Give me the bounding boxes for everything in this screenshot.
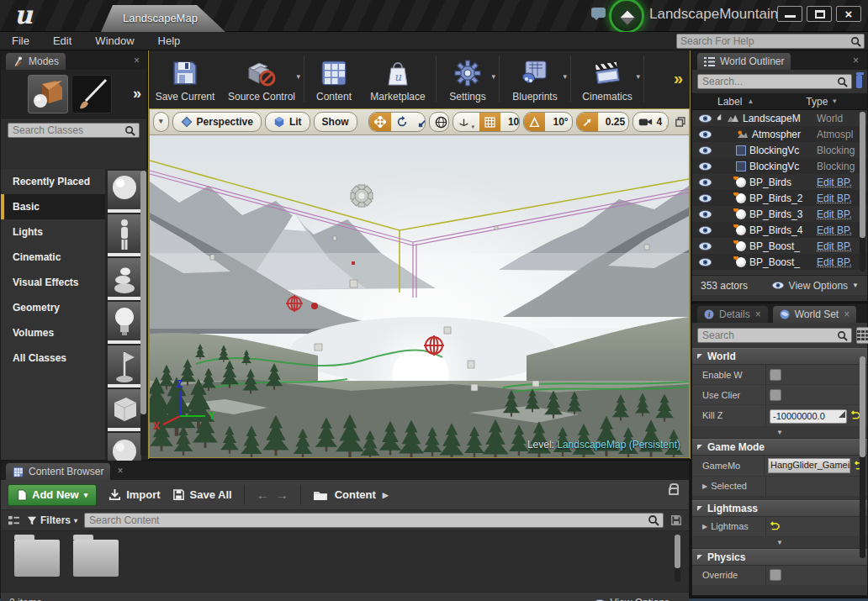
placeable-cube[interactable] bbox=[108, 389, 141, 431]
blueprints-button[interactable]: Blueprints ▾ bbox=[501, 50, 569, 107]
label-column-header[interactable]: Label bbox=[692, 96, 742, 108]
placeable-point-light[interactable] bbox=[108, 302, 141, 344]
filters-button[interactable]: Filters ▾ bbox=[27, 514, 77, 526]
viewport-options-button[interactable]: ▾ bbox=[153, 112, 169, 132]
type-column-header[interactable]: Type bbox=[806, 96, 828, 108]
visibility-eye-icon[interactable] bbox=[698, 194, 712, 203]
create-folder-button[interactable] bbox=[856, 75, 862, 88]
scale-snap-toggle[interactable] bbox=[577, 112, 598, 132]
rotation-snap-toggle[interactable] bbox=[524, 112, 545, 132]
category-basic[interactable]: Basic bbox=[1, 194, 105, 219]
outliner-search-input[interactable] bbox=[698, 76, 837, 87]
visibility-eye-icon[interactable] bbox=[698, 130, 712, 139]
section-physics[interactable]: Physics bbox=[692, 549, 867, 566]
sources-panel-icon[interactable] bbox=[8, 515, 20, 526]
kill-z-input[interactable] bbox=[770, 409, 847, 424]
cinematics-button[interactable]: Cinematics ▾ bbox=[573, 50, 642, 107]
section-world[interactable]: World bbox=[692, 348, 867, 365]
save-search-icon[interactable] bbox=[670, 514, 682, 526]
close-button[interactable]: × bbox=[836, 6, 861, 22]
enable-world-checkbox[interactable] bbox=[770, 369, 781, 381]
asset-grid[interactable] bbox=[1, 531, 689, 592]
assets-scrollbar[interactable] bbox=[675, 535, 680, 582]
surface-snap-button[interactable]: ▾ bbox=[453, 112, 479, 132]
property-matrix-button[interactable] bbox=[856, 327, 868, 344]
override-checkbox[interactable] bbox=[770, 569, 781, 581]
category-volumes[interactable]: Volumes bbox=[1, 320, 105, 345]
content-view-options-button[interactable]: View Options ▼ bbox=[593, 597, 680, 601]
paint-mode-button[interactable] bbox=[71, 75, 112, 113]
outliner-row[interactable]: BP_Boost_ Edit BP. bbox=[692, 238, 867, 254]
outliner-close-icon[interactable]: × bbox=[853, 55, 859, 66]
modes-tab[interactable]: Modes bbox=[6, 53, 66, 70]
toolbar-overflow-chevrons[interactable]: » bbox=[674, 69, 683, 88]
outliner-scrollbar[interactable] bbox=[860, 112, 865, 272]
details-close-icon[interactable]: × bbox=[755, 308, 761, 320]
placeable-player-start[interactable] bbox=[108, 345, 141, 387]
show-button[interactable]: Show bbox=[314, 112, 357, 132]
visibility-eye-icon[interactable] bbox=[698, 178, 712, 187]
outliner-row[interactable]: BP_Birds_2 Edit BP. bbox=[692, 190, 867, 206]
save-current-button[interactable]: Save Current bbox=[149, 50, 221, 107]
network-status-icon[interactable] bbox=[609, 0, 644, 34]
expander-icon[interactable] bbox=[717, 113, 724, 123]
reset-to-default-icon[interactable]: ⮌ bbox=[770, 521, 780, 531]
category-geometry[interactable]: Geometry bbox=[1, 295, 105, 320]
back-button[interactable]: ← bbox=[257, 488, 269, 502]
content-search-box[interactable] bbox=[84, 513, 664, 528]
content-browser-tab[interactable]: Content Browser bbox=[6, 463, 110, 480]
category-visual-effects[interactable]: Visual Effects bbox=[1, 270, 105, 295]
search-classes-box[interactable] bbox=[8, 123, 140, 138]
collapsed-arrow-icon[interactable]: ▶ bbox=[702, 482, 707, 490]
modes-close-icon[interactable]: × bbox=[134, 55, 140, 66]
details-scrollbar[interactable] bbox=[860, 356, 865, 558]
grid-snap-toggle[interactable] bbox=[479, 112, 500, 132]
outliner-row[interactable]: BP_Birds_4 Edit BP. bbox=[692, 222, 867, 238]
rotation-snap-value-button[interactable]: 10° ▾ bbox=[545, 112, 572, 132]
content-button[interactable]: Content bbox=[306, 50, 362, 107]
rotate-tool-button[interactable] bbox=[391, 112, 413, 132]
search-classes-input[interactable] bbox=[8, 124, 124, 136]
lit-button[interactable]: Lit bbox=[265, 112, 310, 132]
grid-snap-value-button[interactable]: 10 ▾ bbox=[500, 112, 521, 132]
feedback-bubble-icon[interactable] bbox=[591, 8, 606, 18]
placeable-sphere[interactable] bbox=[108, 171, 141, 213]
chevron-down-icon[interactable]: ▾ bbox=[636, 72, 640, 81]
menu-window[interactable]: Window bbox=[83, 32, 146, 50]
visibility-eye-icon[interactable] bbox=[698, 242, 712, 250]
outliner-row[interactable]: Atmospher Atmospl bbox=[692, 126, 867, 142]
coordinate-system-button[interactable] bbox=[429, 112, 450, 132]
perspective-button[interactable]: Perspective bbox=[172, 112, 262, 132]
menu-file[interactable]: File bbox=[0, 32, 41, 50]
outliner-row[interactable]: BP_Birds_3 Edit BP. bbox=[692, 206, 867, 222]
breadcrumb-chevron-icon[interactable]: ▶ bbox=[383, 491, 389, 499]
breadcrumb-content[interactable]: Content bbox=[335, 488, 376, 501]
level-indicator[interactable]: Level: LandscapeMap (Persistent) bbox=[527, 439, 680, 451]
outliner-row[interactable]: BlockingVc Blocking bbox=[692, 142, 867, 158]
visibility-eye-icon[interactable] bbox=[698, 146, 712, 155]
visibility-eye-icon[interactable] bbox=[698, 114, 712, 123]
visibility-eye-icon[interactable] bbox=[698, 226, 712, 235]
menu-edit[interactable]: Edit bbox=[41, 32, 83, 50]
maximize-viewport-icon[interactable] bbox=[675, 116, 685, 128]
use-client-checkbox[interactable] bbox=[770, 389, 781, 401]
settings-button[interactable]: Settings ▾ bbox=[438, 50, 497, 107]
title-bar[interactable]: u LandscapeMap LandscapeMountains × bbox=[0, 0, 868, 32]
visibility-eye-icon[interactable] bbox=[698, 210, 712, 219]
outliner-row[interactable]: LandscapeM World bbox=[692, 110, 867, 126]
content-search-input[interactable] bbox=[85, 514, 648, 526]
outliner-row[interactable]: BlockingVc Blocking bbox=[692, 158, 867, 174]
placeable-character[interactable] bbox=[108, 214, 141, 256]
minimize-button[interactable] bbox=[777, 6, 802, 22]
collapsed-arrow-icon[interactable]: ▶ bbox=[702, 523, 707, 530]
menu-help[interactable]: Help bbox=[146, 32, 193, 50]
maximize-button[interactable] bbox=[807, 6, 832, 22]
visibility-eye-icon[interactable] bbox=[698, 162, 712, 171]
chevron-down-icon[interactable]: ▾ bbox=[296, 72, 300, 81]
add-new-button[interactable]: Add New ▾ bbox=[8, 484, 97, 506]
modes-scrollbar[interactable] bbox=[140, 171, 146, 456]
outliner-search-box[interactable] bbox=[697, 74, 852, 89]
level-tab[interactable]: LandscapeMap bbox=[101, 5, 225, 32]
category-cinematic[interactable]: Cinematic bbox=[1, 245, 105, 270]
forward-button[interactable]: → bbox=[276, 488, 288, 502]
